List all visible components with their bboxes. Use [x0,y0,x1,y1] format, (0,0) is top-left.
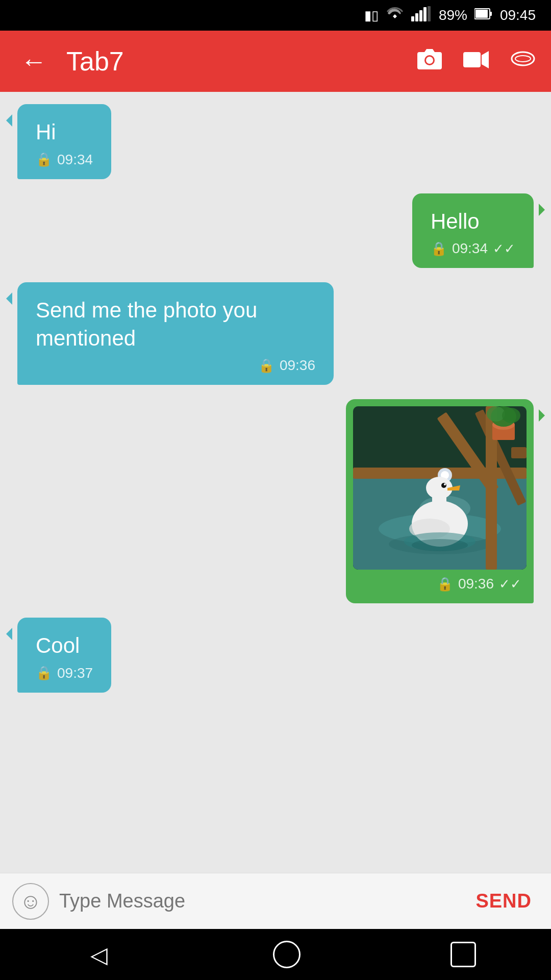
battery-icon [474,8,493,23]
message-meta: 🔒 09:34 ✓✓ [431,240,515,257]
svg-rect-1 [415,13,418,21]
lock-icon: 🔒 [36,665,52,681]
message-time: 09:34 [57,152,93,168]
message-text: Cool [36,632,93,660]
message-input[interactable] [59,890,458,912]
message-text: Hello [431,208,515,236]
send-button[interactable]: SEND [468,885,539,917]
app-bar: ← Tab7 [0,31,551,92]
svg-rect-7 [475,10,488,18]
message-time: 09:34 [452,240,488,257]
back-nav-icon[interactable]: ◁ [75,937,123,973]
lock-icon: 🔒 [431,241,447,257]
message-text: Hi [36,118,93,146]
svg-point-9 [426,57,433,64]
time-display: 09:45 [500,7,536,23]
svg-rect-3 [423,7,427,21]
message-meta: 🔒 09:34 [36,152,93,168]
lock-icon: 🔒 [258,358,274,374]
message-sent-hello[interactable]: Hello 🔒 09:34 ✓✓ [412,193,534,268]
messages-area: Hi 🔒 09:34 Hello 🔒 09:34 ✓✓ Send me the … [0,92,551,873]
status-bar-right: ▮▯ 89% 09:45 [364,6,536,25]
wifi-icon [386,6,404,25]
back-button[interactable]: ← [15,41,52,82]
attach-icon[interactable] [510,46,536,77]
svg-rect-0 [411,16,414,21]
message-received-cool[interactable]: Cool 🔒 09:37 [17,618,111,693]
emoji-icon: ☺ [20,889,42,914]
app-bar-actions [416,46,536,77]
video-icon[interactable] [463,47,490,75]
svg-point-34 [441,483,446,488]
svg-rect-6 [490,12,492,16]
message-meta: 🔒 09:36 [36,357,315,374]
message-received-hi[interactable]: Hi 🔒 09:34 [17,104,111,179]
recents-nav-icon[interactable] [450,942,476,967]
camera-icon[interactable] [416,47,443,76]
message-text: Send me the photo you mentioned [36,297,315,352]
message-time: 09:36 [280,357,315,374]
sim-icon: ▮▯ [364,8,379,23]
message-time: 09:37 [57,665,93,681]
svg-point-38 [412,539,468,551]
app-bar-title: Tab7 [66,46,416,77]
svg-rect-4 [428,6,431,21]
svg-point-12 [515,56,531,62]
message-meta: 🔒 09:36 ✓✓ [353,576,527,592]
emoji-button[interactable]: ☺ [12,883,49,920]
double-check-icon: ✓✓ [493,241,515,257]
double-check-icon: ✓✓ [499,576,521,592]
photo-thumbnail [353,406,527,570]
svg-rect-10 [463,52,481,67]
lock-icon: 🔒 [36,152,52,167]
nav-bar: ◁ [0,929,551,980]
svg-point-27 [502,408,520,423]
svg-rect-21 [511,447,527,458]
message-sent-image[interactable]: 🔒 09:36 ✓✓ [346,399,534,603]
input-bar: ☺ SEND [0,873,551,929]
status-bar: ▮▯ 89% 09:45 [0,0,551,31]
lock-icon: 🔒 [437,576,453,592]
message-time: 09:36 [458,576,494,592]
message-received-photo-request[interactable]: Send me the photo you mentioned 🔒 09:36 [17,282,334,385]
signal-icon [411,6,432,25]
battery-percent: 89% [439,7,467,23]
svg-rect-2 [419,10,422,21]
home-nav-icon[interactable] [273,941,300,968]
message-meta: 🔒 09:37 [36,665,93,681]
svg-point-35 [444,483,446,485]
